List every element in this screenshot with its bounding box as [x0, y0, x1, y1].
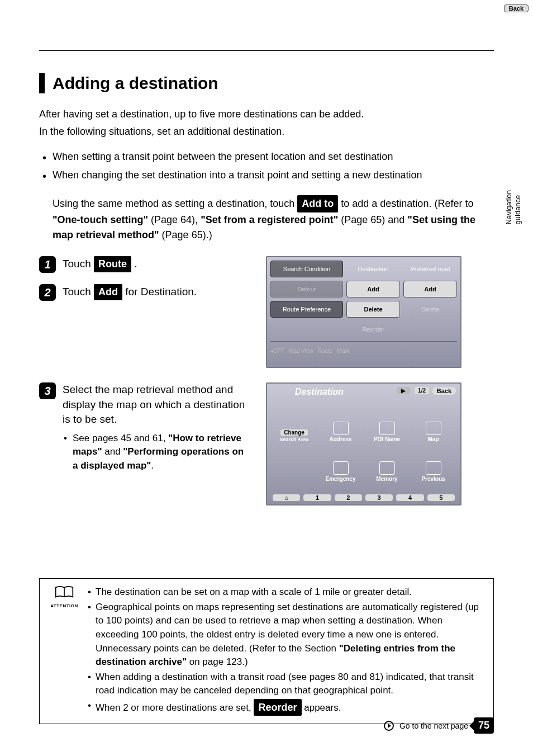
step-1: 1 Touch Route .	[39, 256, 251, 273]
back-button[interactable]: Back	[432, 387, 456, 395]
search-area-label: Search Area	[279, 437, 308, 442]
heading-text: Adding a destination	[53, 74, 218, 93]
preset-4[interactable]: 4	[396, 494, 423, 501]
situation-list: When setting a transit point between the…	[39, 149, 494, 183]
emergency-button[interactable]: Emergency	[326, 476, 356, 482]
route-preference-button[interactable]: Route Preference	[270, 301, 343, 318]
attention-item: Geographical points on maps representing…	[88, 601, 484, 669]
preset-2[interactable]: 2	[335, 494, 362, 501]
situation-item: When setting a transit point between the…	[39, 149, 494, 164]
change-button[interactable]: Change	[280, 429, 308, 436]
text: Touch	[63, 286, 94, 297]
text: appears.	[304, 702, 341, 713]
text: (Page 65) and	[338, 214, 407, 225]
mark-tab[interactable]: Mark	[337, 348, 349, 354]
attention-item: The destination can be set on a map with…	[88, 585, 484, 599]
top-rule	[39, 50, 494, 51]
text: Using the same method as setting a desti…	[53, 198, 297, 209]
preferred-road-add-button[interactable]: Add	[403, 281, 457, 297]
page-indicator: 1/2	[415, 387, 429, 394]
attention-icon: ATTENTION	[49, 585, 80, 717]
step-3-note: See pages 45 and 61, "How to retrieve ma…	[63, 432, 251, 473]
text: to add a destination. (Refer to	[341, 198, 473, 209]
text: When 2 or more destinations are set,	[96, 702, 254, 713]
intro-line-2: In the following situations, set an addi…	[39, 124, 494, 139]
poi-name-button[interactable]: POI Name	[374, 436, 400, 442]
next-page-text: Go to the next page	[399, 721, 468, 730]
step-number-icon: 1	[39, 256, 56, 273]
steps-1-2-row: 1 Touch Route . 2 Touch Add for Destinat…	[39, 256, 494, 368]
page-next-icon[interactable]: ▶	[397, 387, 410, 394]
preset-1[interactable]: 1	[303, 494, 331, 501]
chapter-tab-line: guidance	[513, 190, 522, 224]
method-paragraph: Using the same method as setting a desti…	[53, 195, 494, 243]
ref-one-touch: "One-touch setting"	[53, 214, 148, 225]
attention-box: ATTENTION The destination can be set on …	[39, 578, 494, 724]
destination-add-button[interactable]: Add	[346, 281, 400, 297]
chapter-tab: Navigation guidance	[505, 190, 522, 224]
preset-5[interactable]: 5	[427, 494, 455, 501]
text: Touch	[63, 258, 94, 270]
address-button[interactable]: Address	[329, 436, 351, 442]
destination-menu-screenshot: Destination ▶ 1/2 Back ChangeSearch Area…	[266, 382, 461, 505]
text: (Page 64),	[148, 214, 201, 225]
intro-block: After having set a destination, up to fi…	[39, 107, 494, 139]
attention-item: When adding a destination with a transit…	[88, 670, 484, 698]
previous-icon	[426, 461, 441, 475]
poi-icon	[379, 422, 395, 435]
map-view-tab[interactable]: Map View	[289, 348, 313, 354]
step-2: 2 Touch Add for Destination.	[39, 284, 251, 301]
step-number-icon: 3	[39, 382, 56, 399]
preset-3[interactable]: 3	[365, 494, 393, 501]
route-menu-screenshot: Search Condition Destination Preferred r…	[266, 256, 461, 368]
route-tab[interactable]: Route	[318, 348, 333, 354]
text: and	[104, 446, 123, 457]
route-button[interactable]: Route	[94, 256, 131, 272]
situation-item: When changing the set destination into a…	[39, 168, 494, 183]
text: for Destination.	[125, 286, 197, 297]
text: Select the map retrieval method and disp…	[63, 384, 245, 425]
emergency-icon	[333, 461, 349, 475]
memory-button[interactable]: Memory	[376, 476, 397, 482]
page-footer: Go to the next page 75	[384, 717, 494, 734]
text: (Page 65).)	[159, 229, 212, 240]
add-to-button[interactable]: Add to	[297, 195, 338, 212]
step-3-row: 3 Select the map retrieval method and di…	[39, 382, 494, 505]
heading-bar	[39, 73, 45, 93]
home-icon[interactable]: ⌂	[273, 494, 300, 501]
chapter-tab-line: Navigation	[505, 190, 513, 224]
destination-delete-button[interactable]: Delete	[346, 301, 400, 318]
intro-line-1: After having set a destination, up to fi…	[39, 107, 494, 122]
reorder-button[interactable]: Reorder	[346, 321, 400, 338]
next-page-icon	[384, 721, 394, 731]
map-button[interactable]: Map	[428, 436, 439, 442]
memory-icon	[379, 461, 395, 475]
ref-registered-point: "Set from a registered point"	[201, 214, 338, 225]
previous-button[interactable]: Previous	[421, 476, 445, 482]
preferred-road-label: Preferred road	[403, 261, 457, 277]
text: .	[151, 460, 154, 471]
destination-title: Destination	[295, 387, 344, 397]
section-heading: Adding a destination	[39, 73, 494, 93]
manual-page: Adding a destination After having set a …	[0, 0, 533, 746]
detour-button[interactable]: Detour	[270, 281, 343, 297]
attention-item: When 2 or more destinations are set, Reo…	[88, 699, 484, 716]
destination-label: Destination	[346, 261, 400, 277]
address-icon	[333, 422, 349, 435]
step-3: 3 Select the map retrieval method and di…	[39, 382, 251, 473]
reorder-button[interactable]: Reorder	[254, 699, 301, 716]
text: See pages 45 and 61,	[73, 433, 168, 443]
off-toggle[interactable]: ◂OFF	[270, 348, 284, 354]
search-condition-button[interactable]: Search Condition	[270, 261, 343, 277]
step-number-icon: 2	[39, 284, 56, 301]
text: .	[134, 258, 137, 270]
attention-label: ATTENTION	[49, 603, 80, 608]
page-number: 75	[474, 717, 494, 734]
preferred-road-delete-button[interactable]: Delete	[403, 301, 457, 318]
map-icon	[426, 422, 441, 435]
text: on page 123.)	[189, 656, 248, 667]
add-button[interactable]: Add	[94, 284, 122, 300]
